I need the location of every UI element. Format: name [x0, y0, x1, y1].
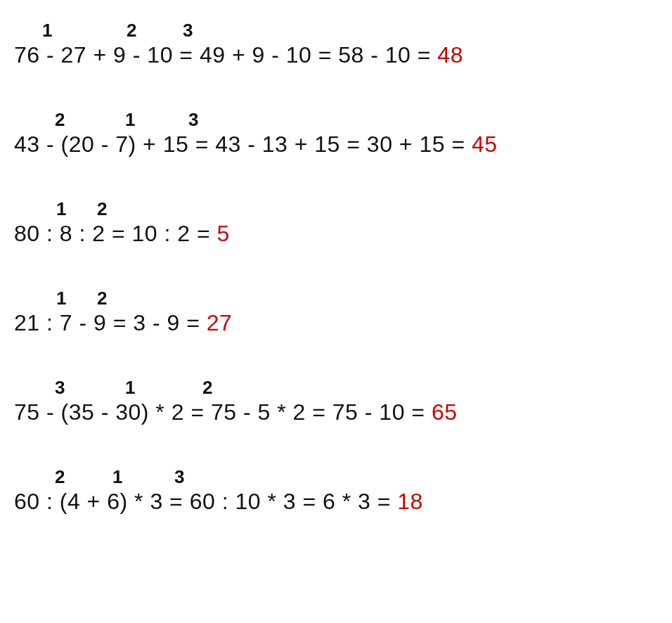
equation-row: 1 2 80 : 8 : 2 = 10 : 2 = 5 — [14, 200, 658, 247]
equation-text: 80 : 8 : 2 = 10 : 2 = — [14, 221, 217, 246]
step-superscript: 2 — [97, 198, 108, 220]
equation-line: 1 2 80 : 8 : 2 = 10 : 2 = 5 — [14, 200, 658, 247]
step-superscript: 1 — [42, 20, 53, 41]
equation-row: 3 1 2 75 - (35 - 30) * 2 = 75 - 5 * 2 = … — [14, 378, 658, 425]
step-superscript: 1 — [112, 466, 123, 488]
step-superscript: 2 — [127, 20, 137, 41]
equation-line: 2 1 3 60 : (4 + 6) * 3 = 60 : 10 * 3 = 6… — [14, 468, 658, 515]
step-superscript: 1 — [56, 198, 67, 220]
equation-answer: 27 — [207, 310, 233, 335]
step-superscript: 1 — [56, 288, 67, 309]
step-superscript: 1 — [125, 377, 136, 399]
equation-answer: 18 — [397, 489, 423, 514]
step-superscript: 2 — [202, 377, 213, 399]
step-superscript: 1 — [125, 109, 136, 131]
equation-answer: 65 — [432, 399, 458, 425]
equation-row: 2 1 3 60 : (4 + 6) * 3 = 60 : 10 * 3 = 6… — [14, 468, 658, 515]
equation-row: 1 2 3 76 - 27 + 9 - 10 = 49 + 9 - 10 = 5… — [14, 21, 658, 68]
equation-line: 1 2 3 76 - 27 + 9 - 10 = 49 + 9 - 10 = 5… — [14, 21, 658, 68]
step-superscript: 3 — [55, 377, 65, 399]
equation-answer: 45 — [472, 131, 498, 157]
equation-answer: 5 — [217, 221, 230, 246]
step-superscript: 2 — [55, 109, 65, 131]
equation-text: 75 - (35 - 30) * 2 = 75 - 5 * 2 = 75 - 1… — [14, 399, 432, 425]
equation-text: 43 - (20 - 7) + 15 = 43 - 13 + 15 = 30 +… — [14, 131, 472, 157]
equation-text: 21 : 7 - 9 = 3 - 9 = — [14, 310, 207, 335]
step-superscript: 2 — [55, 466, 65, 488]
equation-text: 76 - 27 + 9 - 10 = 49 + 9 - 10 = 58 - 10… — [14, 42, 437, 68]
equation-line: 3 1 2 75 - (35 - 30) * 2 = 75 - 5 * 2 = … — [14, 378, 658, 425]
step-superscript: 2 — [97, 288, 108, 309]
step-superscript: 3 — [174, 466, 185, 488]
equation-text: 60 : (4 + 6) * 3 = 60 : 10 * 3 = 6 * 3 = — [14, 489, 397, 514]
equation-answer: 48 — [437, 42, 463, 68]
step-superscript: 3 — [188, 109, 199, 131]
equation-row: 2 1 3 43 - (20 - 7) + 15 = 43 - 13 + 15 … — [14, 110, 658, 158]
step-superscript: 3 — [183, 20, 193, 41]
equation-line: 1 2 21 : 7 - 9 = 3 - 9 = 27 — [14, 289, 658, 336]
equation-row: 1 2 21 : 7 - 9 = 3 - 9 = 27 — [14, 289, 658, 336]
equation-line: 2 1 3 43 - (20 - 7) + 15 = 43 - 13 + 15 … — [14, 110, 658, 158]
